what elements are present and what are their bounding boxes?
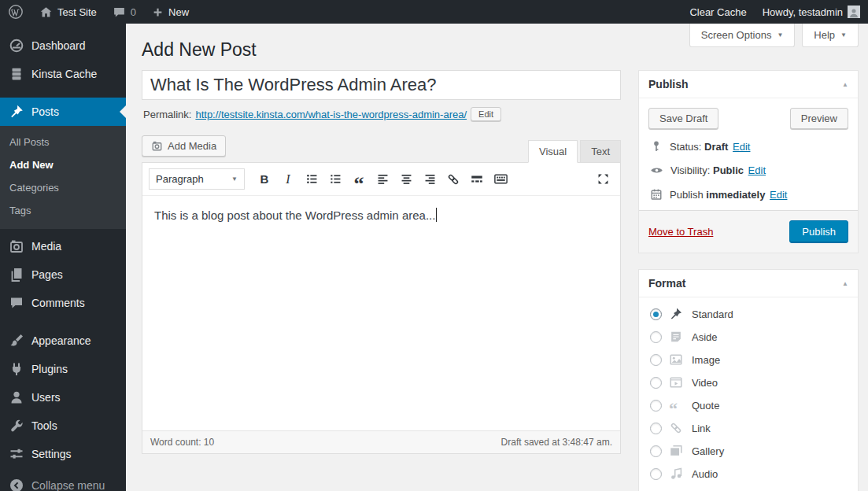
sidebar-item-label: Users bbox=[31, 391, 61, 404]
radio-button[interactable] bbox=[650, 377, 662, 389]
publish-button[interactable]: Publish bbox=[789, 220, 848, 243]
radio-button[interactable] bbox=[650, 331, 662, 343]
sidebar-item-users[interactable]: Users bbox=[0, 383, 126, 412]
screen-options-label: Screen Options bbox=[701, 29, 772, 41]
tab-text[interactable]: Text bbox=[580, 140, 621, 162]
sidebar-item-comments[interactable]: Comments bbox=[0, 289, 126, 317]
format-option-aside[interactable]: Aside bbox=[650, 330, 847, 344]
eye-icon bbox=[650, 164, 663, 177]
radio-button[interactable] bbox=[650, 308, 662, 320]
plus-icon bbox=[152, 6, 164, 18]
align-center-button[interactable] bbox=[395, 169, 417, 190]
blockquote-button[interactable]: “ bbox=[348, 169, 370, 190]
read-more-tag-button[interactable] bbox=[466, 169, 488, 190]
align-right-button[interactable] bbox=[419, 169, 441, 190]
schedule-value: immediately bbox=[706, 189, 765, 201]
permalink-url-link[interactable]: http://testsite.kinsta.com/what-is-the-w… bbox=[195, 109, 467, 120]
radio-button[interactable] bbox=[650, 445, 662, 457]
format-option-gallery[interactable]: Gallery bbox=[650, 444, 847, 458]
add-media-button[interactable]: Add Media bbox=[142, 135, 226, 157]
submenu-item-all-posts[interactable]: All Posts bbox=[0, 131, 126, 153]
toolbar-toggle-button[interactable] bbox=[489, 169, 512, 190]
schedule-label: Publish bbox=[670, 189, 704, 201]
numbered-list-icon bbox=[329, 172, 342, 186]
main-content: Screen Options ▼ Help ▼ Add New Post Per… bbox=[126, 24, 868, 491]
format-option-image[interactable]: Image bbox=[650, 353, 847, 367]
comments-menu[interactable]: 0 bbox=[105, 0, 144, 24]
sidebar-item-appearance[interactable]: Appearance bbox=[0, 327, 126, 355]
radio-button[interactable] bbox=[650, 468, 662, 480]
link-icon bbox=[669, 421, 685, 435]
comment-count: 0 bbox=[131, 6, 136, 18]
help-label: Help bbox=[814, 29, 835, 41]
format-option-video[interactable]: Video bbox=[650, 375, 847, 389]
format-option-label: Link bbox=[692, 423, 711, 434]
edit-visibility-link[interactable]: Edit bbox=[748, 164, 766, 176]
paragraph-format-select[interactable]: Paragraph ▼ bbox=[149, 168, 245, 190]
radio-button[interactable] bbox=[650, 354, 662, 366]
format-option-quote[interactable]: “ Quote bbox=[650, 398, 847, 412]
radio-button[interactable] bbox=[650, 400, 662, 412]
preview-button[interactable]: Preview bbox=[790, 108, 848, 129]
visibility-label: Visibility: bbox=[670, 164, 710, 176]
sidebar-item-label: Settings bbox=[31, 448, 72, 460]
format-panel-header[interactable]: Format ▲ bbox=[639, 270, 858, 297]
insert-link-button[interactable] bbox=[442, 169, 464, 190]
format-option-label: Quote bbox=[692, 400, 719, 412]
my-account-menu[interactable]: Howdy, testadmin bbox=[755, 0, 868, 24]
panel-collapse-icon[interactable]: ▲ bbox=[842, 280, 848, 287]
screen-options-button[interactable]: Screen Options ▼ bbox=[689, 24, 796, 47]
bullet-list-button[interactable] bbox=[301, 169, 323, 190]
submenu-item-tags[interactable]: Tags bbox=[0, 199, 126, 222]
site-name-menu[interactable]: Test Site bbox=[31, 0, 105, 24]
format-option-standard[interactable]: Standard bbox=[650, 307, 847, 321]
panel-collapse-icon[interactable]: ▲ bbox=[842, 81, 848, 88]
collapse-menu-button[interactable]: Collapse menu bbox=[0, 471, 126, 491]
italic-button[interactable]: I bbox=[277, 169, 299, 190]
align-left-button[interactable] bbox=[371, 169, 393, 190]
format-option-link[interactable]: Link bbox=[650, 421, 847, 435]
post-title-input[interactable] bbox=[142, 70, 621, 100]
chevron-down-icon: ▼ bbox=[231, 176, 238, 183]
publish-panel-header[interactable]: Publish ▲ bbox=[639, 71, 858, 98]
bold-button[interactable]: B bbox=[253, 169, 275, 190]
media-icon bbox=[151, 140, 163, 152]
sidebar-item-media[interactable]: Media bbox=[0, 232, 126, 260]
wrench-icon bbox=[9, 418, 24, 434]
wordpress-logo-icon bbox=[8, 4, 24, 20]
draft-saved-status: Draft saved at 3:48:47 am. bbox=[501, 437, 612, 448]
move-to-trash-link[interactable]: Move to Trash bbox=[648, 226, 713, 238]
radio-button[interactable] bbox=[650, 423, 662, 434]
format-option-audio[interactable]: Audio bbox=[650, 467, 847, 481]
format-panel: Format ▲ Standard bbox=[638, 269, 859, 491]
sidebar-item-posts[interactable]: Posts bbox=[0, 98, 126, 126]
sidebar-item-dashboard[interactable]: Dashboard bbox=[0, 31, 126, 60]
wordpress-logo-menu[interactable] bbox=[0, 0, 31, 24]
sidebar-item-label: Dashboard bbox=[31, 39, 86, 52]
keyboard-icon bbox=[493, 172, 508, 186]
posts-submenu: All Posts Add New Categories Tags bbox=[0, 126, 126, 229]
chevron-down-icon: ▼ bbox=[777, 32, 783, 39]
status-text: Status: Draft Edit bbox=[670, 141, 750, 153]
permalink-edit-button[interactable]: Edit bbox=[471, 107, 501, 121]
submenu-item-categories[interactable]: Categories bbox=[0, 176, 126, 199]
sidebar-item-plugins[interactable]: Plugins bbox=[0, 355, 126, 383]
new-content-menu[interactable]: New bbox=[144, 0, 197, 24]
clear-cache-button[interactable]: Clear Cache bbox=[681, 0, 754, 24]
sidebar-item-tools[interactable]: Tools bbox=[0, 412, 126, 440]
distraction-free-button[interactable] bbox=[592, 169, 614, 190]
edit-schedule-link[interactable]: Edit bbox=[770, 189, 787, 201]
sidebar-item-pages[interactable]: Pages bbox=[0, 260, 126, 289]
sidebar-item-settings[interactable]: Settings bbox=[0, 440, 126, 468]
edit-status-link[interactable]: Edit bbox=[733, 141, 750, 153]
editor-content-area[interactable]: This is a blog post about the WordPress … bbox=[142, 196, 620, 430]
submenu-item-add-new[interactable]: Add New bbox=[0, 153, 126, 176]
help-button[interactable]: Help ▼ bbox=[802, 24, 859, 47]
tab-visual[interactable]: Visual bbox=[528, 140, 578, 163]
schedule-row: Publish immediately Edit bbox=[650, 188, 847, 201]
numbered-list-button[interactable] bbox=[324, 169, 346, 190]
sidebar-item-kinsta-cache[interactable]: Kinsta Cache bbox=[0, 60, 126, 88]
aside-note-icon bbox=[669, 330, 685, 344]
save-draft-button[interactable]: Save Draft bbox=[648, 108, 718, 129]
plug-icon bbox=[9, 361, 24, 377]
